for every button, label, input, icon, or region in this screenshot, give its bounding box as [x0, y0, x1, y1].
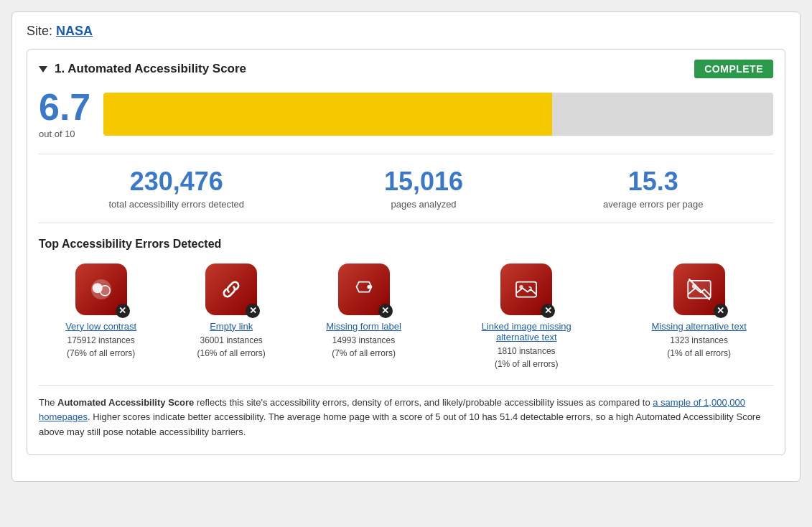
stat-avg-errors: 15.3 average errors per page: [603, 167, 703, 210]
footer-text: The Automated Accessibility Score reflec…: [39, 385, 773, 440]
error-icon-wrapper-label: ✕: [338, 264, 390, 315]
section-box: 1. Automated Accessibility Score COMPLET…: [27, 49, 785, 455]
section-header: 1. Automated Accessibility Score COMPLET…: [39, 60, 773, 78]
site-label: Site:: [27, 24, 52, 38]
stats-row: 230,476 total accessibility errors detec…: [39, 154, 773, 223]
error-item-image-link: ✕ Linked image missing alternative text …: [462, 264, 591, 370]
error-badge-image-link: ✕: [541, 304, 555, 318]
errors-grid: ✕ Very low contrast 175912 instances (76…: [39, 264, 773, 370]
stat-avg-value: 15.3: [603, 167, 703, 196]
error-instances-contrast: 175912 instances (76% of all errors): [67, 334, 135, 360]
stat-pages-analyzed: 15,016 pages analyzed: [384, 167, 463, 210]
error-link-contrast[interactable]: Very low contrast: [65, 321, 136, 332]
error-link-image-link[interactable]: Linked image missing alternative text: [462, 321, 591, 342]
score-display: 6.7 out of 10: [39, 88, 90, 139]
svg-point-2: [100, 285, 110, 295]
footer-bold: Automated Accessibility Score: [57, 397, 194, 408]
error-item-contrast: ✕ Very low contrast 175912 instances (76…: [65, 264, 136, 360]
error-instances-alt: 1323 instances (1% of all errors): [667, 334, 731, 360]
page-wrapper: Site: NASA 1. Automated Accessibility Sc…: [11, 11, 801, 482]
error-item-link: ✕ Empty link 36001 instances (16% of all…: [197, 264, 265, 360]
stat-total-errors-label: total accessibility errors detected: [108, 199, 244, 210]
error-icon-wrapper-image-link: ✕: [500, 264, 552, 315]
stat-pages-label: pages analyzed: [384, 199, 463, 210]
collapse-icon[interactable]: [39, 66, 47, 73]
error-badge-alt: ✕: [714, 304, 728, 318]
error-link-alt-text[interactable]: Missing alternative text: [652, 321, 747, 332]
stat-pages-value: 15,016: [384, 167, 463, 196]
score-value: 6.7: [39, 88, 90, 126]
svg-point-5: [520, 284, 523, 288]
error-badge-label: ✕: [378, 304, 393, 318]
stat-avg-label: average errors per page: [603, 199, 703, 210]
error-item-label: ✕ Missing form label 14993 instances (7%…: [326, 264, 401, 360]
section-title: 1. Automated Accessibility Score: [39, 62, 246, 76]
image-link-icon: [511, 274, 541, 304]
score-bar-row: 6.7 out of 10: [39, 88, 773, 139]
error-instances-image-link: 1810 instances (1% of all errors): [495, 345, 559, 370]
complete-badge: COMPLETE: [694, 60, 773, 78]
svg-rect-4: [516, 281, 536, 297]
error-link-empty-link[interactable]: Empty link: [210, 321, 253, 332]
error-link-form-label[interactable]: Missing form label: [326, 321, 401, 332]
score-label: out of 10: [39, 129, 90, 139]
error-icon-wrapper-alt: ✕: [673, 264, 725, 315]
error-instances-label: 14993 instances (7% of all errors): [332, 334, 396, 360]
contrast-icon: [86, 274, 116, 304]
score-bar-fill: [103, 93, 552, 136]
error-item-alt-text: ✕ Missing alternative text 1323 instance…: [652, 264, 747, 360]
errors-heading: Top Accessibility Errors Detected: [39, 238, 773, 251]
alt-text-icon: [684, 274, 714, 304]
svg-point-3: [367, 284, 370, 288]
site-header: Site: NASA: [27, 24, 785, 39]
site-link[interactable]: NASA: [56, 24, 93, 38]
stat-total-errors-value: 230,476: [108, 167, 244, 196]
error-icon-wrapper-link: ✕: [205, 264, 257, 315]
score-bar-container: [103, 93, 773, 136]
label-icon: [349, 274, 379, 304]
error-badge-link: ✕: [246, 304, 260, 318]
error-instances-link: 36001 instances (16% of all errors): [197, 334, 265, 360]
error-icon-wrapper-contrast: ✕: [75, 264, 127, 315]
stat-total-errors: 230,476 total accessibility errors detec…: [108, 167, 244, 210]
error-badge-contrast: ✕: [116, 304, 130, 318]
link-icon: [216, 274, 246, 304]
